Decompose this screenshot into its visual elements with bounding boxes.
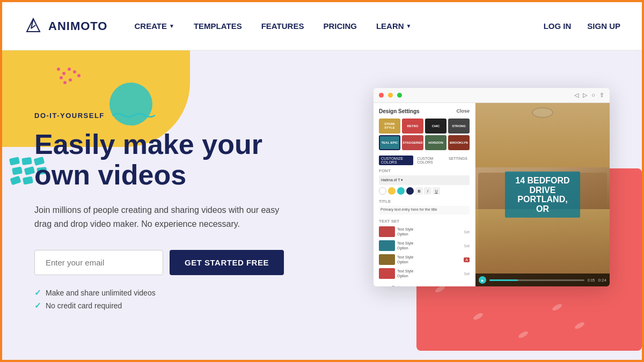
- progress-fill: [489, 279, 518, 281]
- add-slide-button[interactable]: + Add: [379, 285, 390, 287]
- design-settings-panel: Design Settings Close STARK STYLE RETRO …: [374, 103, 475, 286]
- get-started-button[interactable]: GET STARTED FREE: [170, 250, 284, 275]
- duration-display: 0:24: [598, 278, 606, 283]
- email-input[interactable]: [34, 250, 163, 275]
- font-style-row: B I U: [379, 187, 470, 195]
- light-fixture: [532, 107, 553, 118]
- ui-window: ◁ ▷ ○ ⇧ Design Settings Close STARK STY: [374, 88, 610, 286]
- chevron-down-icon: ▼: [169, 23, 174, 29]
- underline-button[interactable]: U: [433, 187, 440, 195]
- header: ANIMOTO CREATE ▼ TEMPLATES FEATURES PRIC…: [2, 2, 642, 50]
- progress-bar[interactable]: [489, 279, 584, 281]
- nav-templates[interactable]: TEMPLATES: [194, 21, 242, 31]
- window-toolbar: ◁ ▷ ○ ⇧: [374, 88, 610, 103]
- tab-colors[interactable]: CUSTOM COLORS: [415, 156, 445, 165]
- email-form: GET STARTED FREE: [34, 250, 284, 275]
- nav-features[interactable]: FEATURES: [261, 21, 304, 31]
- checklist-item-2: ✓ No credit card required: [34, 301, 284, 311]
- slide-thumb[interactable]: [379, 268, 395, 279]
- window-maximize: [397, 93, 402, 98]
- auth-buttons: LOG IN SIGN UP: [544, 21, 620, 31]
- window-body: Design Settings Close STARK STYLE RETRO …: [374, 103, 610, 286]
- logo[interactable]: ANIMOTO: [24, 17, 107, 36]
- window-close: [379, 93, 384, 98]
- style-thumb-2[interactable]: RETRO: [402, 119, 423, 134]
- slide-label: Text StyleOption: [397, 269, 413, 278]
- diy-label: DO-IT-YOURSELF: [34, 112, 284, 120]
- sofa-area: [475, 209, 610, 274]
- slide-thumb[interactable]: [379, 254, 395, 265]
- slide-badge: A: [464, 257, 470, 262]
- slide-list: Text StyleOption Set Text StyleOption Se…: [379, 226, 470, 286]
- nav-create[interactable]: CREATE ▼: [134, 21, 174, 31]
- slide-label: Basic...: [392, 285, 405, 286]
- swatch-navy[interactable]: [406, 187, 414, 195]
- nav-pricing[interactable]: PRICING: [323, 21, 357, 31]
- time-display: 0:05: [588, 278, 595, 282]
- hero-content: DO-IT-YOURSELF Easily make your own vide…: [34, 101, 284, 314]
- slide-label: Text StyleOption: [397, 255, 413, 264]
- hero-subtitle: Join millions of people creating and sha…: [34, 203, 281, 231]
- slide-thumb[interactable]: [379, 240, 395, 251]
- panel-tabs: CUSTOMIZE COLORS CUSTOM COLORS SETTINGS: [379, 156, 470, 165]
- tab-customize[interactable]: CUSTOMIZE COLORS: [379, 156, 413, 165]
- chevron-down-icon: ▼: [406, 23, 412, 29]
- italic-button[interactable]: I: [424, 187, 431, 195]
- nav-learn[interactable]: LEARN ▼: [376, 21, 412, 31]
- font-section: Font Halima of T ▾: [379, 168, 470, 195]
- font-row: Halima of T ▾: [379, 175, 470, 185]
- slide-label: Text StyleOption: [397, 227, 413, 237]
- style-thumb-4[interactable]: STRONG: [448, 119, 470, 134]
- font-style-buttons: B I U: [415, 187, 440, 195]
- slide-label: Text StyleOption: [397, 241, 413, 250]
- check-icon: ✓: [34, 288, 41, 298]
- slide-thumb[interactable]: [379, 226, 395, 237]
- hero-image: ◁ ▷ ○ ⇧ Design Settings Close STARK STY: [357, 67, 642, 351]
- list-item: Text StyleOption Set: [379, 240, 470, 252]
- swatch-white[interactable]: [379, 187, 386, 195]
- tab-settings2[interactable]: SETTINGS: [447, 156, 470, 165]
- hero-title: Easily make your own videos: [34, 129, 284, 190]
- list-item: Text StyleOption A: [379, 254, 470, 265]
- style-thumb-1[interactable]: STARK STYLE: [379, 119, 400, 134]
- login-button[interactable]: LOG IN: [544, 21, 572, 31]
- style-thumb-7[interactable]: HORIZON: [425, 135, 447, 150]
- checklist-item-1: ✓ Make and share unlimited videos: [34, 288, 284, 298]
- style-thumb-3[interactable]: CHIC: [425, 119, 447, 134]
- font-select[interactable]: Halima of T ▾: [379, 175, 470, 185]
- toolbar-icons: ◁ ▷ ○ ⇧: [574, 92, 604, 99]
- video-controls: ▶ 0:05 0:24: [475, 274, 610, 286]
- title-input-area[interactable]: Primary text entry here for the title: [379, 206, 470, 215]
- video-preview-area: 14 BEDFORD DRIVE PORTLAND, OR ▶ 0:05 0:2…: [475, 103, 610, 286]
- logo-icon: [24, 17, 43, 36]
- style-thumb-8[interactable]: BROOKLYN: [448, 135, 470, 150]
- check-icon: ✓: [34, 301, 41, 311]
- video-text-overlay: 14 BEDFORD DRIVE PORTLAND, OR: [505, 172, 580, 218]
- style-thumb-6[interactable]: STAGGERED: [402, 135, 423, 150]
- list-item: + Add Basic...: [379, 282, 470, 286]
- main-nav: CREATE ▼ TEMPLATES FEATURES PRICING LEAR…: [134, 21, 543, 31]
- signup-button[interactable]: SIGN UP: [587, 21, 620, 31]
- logo-text: ANIMOTO: [48, 19, 107, 33]
- swatch-teal[interactable]: [397, 187, 405, 195]
- wave-icon: [112, 112, 155, 119]
- slides-section: Text Set Text StyleOption Set Text Style…: [379, 219, 470, 286]
- hero-section: DO-IT-YOURSELF Easily make your own vide…: [2, 50, 642, 362]
- style-grid: STARK STYLE RETRO CHIC STRONG TEAL EPIC …: [379, 119, 470, 150]
- list-item: Text StyleOption Set: [379, 268, 470, 279]
- window-minimize: [388, 93, 393, 98]
- bold-button[interactable]: B: [415, 187, 423, 195]
- panel-close-button[interactable]: Close: [456, 108, 470, 114]
- color-swatches: [379, 187, 414, 195]
- play-button[interactable]: ▶: [479, 276, 486, 284]
- list-item: Text StyleOption Set: [379, 226, 470, 238]
- checklist: ✓ Make and share unlimited videos ✓ No c…: [34, 288, 284, 311]
- swatch-yellow[interactable]: [388, 187, 396, 195]
- style-thumb-5[interactable]: TEAL EPIC: [379, 135, 400, 150]
- design-panel-title: Design Settings Close: [379, 108, 470, 114]
- title-section: Title Primary text entry here for the ti…: [379, 199, 470, 215]
